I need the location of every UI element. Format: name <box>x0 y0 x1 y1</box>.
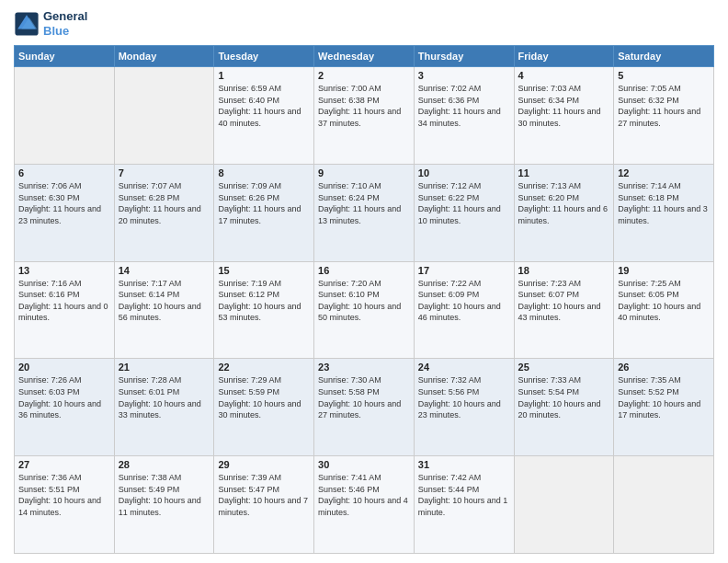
day-number: 23 <box>318 362 410 373</box>
day-number: 15 <box>218 265 310 276</box>
day-number: 31 <box>418 459 510 470</box>
day-info: Sunrise: 7:13 AMSunset: 6:20 PMDaylight:… <box>518 180 610 226</box>
weekday-header-monday: Monday <box>114 46 214 67</box>
day-info: Sunrise: 7:42 AMSunset: 5:44 PMDaylight:… <box>418 472 510 518</box>
weekday-header-tuesday: Tuesday <box>214 46 314 67</box>
day-cell: 10Sunrise: 7:12 AMSunset: 6:22 PMDayligh… <box>414 164 514 261</box>
day-cell: 1Sunrise: 6:59 AMSunset: 6:40 PMDaylight… <box>214 67 314 165</box>
day-number: 13 <box>18 265 110 276</box>
day-number: 6 <box>18 167 110 178</box>
day-number: 2 <box>318 70 410 81</box>
day-cell <box>514 456 614 554</box>
day-info: Sunrise: 7:20 AMSunset: 6:10 PMDaylight:… <box>318 278 410 324</box>
weekday-header-saturday: Saturday <box>614 46 714 67</box>
day-info: Sunrise: 7:38 AMSunset: 5:49 PMDaylight:… <box>119 472 210 518</box>
day-number: 30 <box>318 459 410 470</box>
day-cell: 5Sunrise: 7:05 AMSunset: 6:32 PMDaylight… <box>614 67 714 165</box>
day-cell <box>15 67 115 165</box>
logo-text: General Blue <box>43 9 87 38</box>
day-cell <box>614 456 714 554</box>
day-cell: 2Sunrise: 7:00 AMSunset: 6:38 PMDaylight… <box>314 67 415 165</box>
day-cell: 30Sunrise: 7:41 AMSunset: 5:46 PMDayligh… <box>314 456 415 554</box>
day-cell: 19Sunrise: 7:25 AMSunset: 6:05 PMDayligh… <box>614 261 714 359</box>
day-cell: 18Sunrise: 7:23 AMSunset: 6:07 PMDayligh… <box>514 261 614 359</box>
day-number: 11 <box>518 167 610 178</box>
day-cell: 24Sunrise: 7:32 AMSunset: 5:56 PMDayligh… <box>414 359 514 456</box>
weekday-header-row: SundayMondayTuesdayWednesdayThursdayFrid… <box>15 46 714 67</box>
day-info: Sunrise: 7:09 AMSunset: 6:26 PMDaylight:… <box>218 180 310 226</box>
weekday-header-friday: Friday <box>514 46 614 67</box>
day-info: Sunrise: 7:17 AMSunset: 6:14 PMDaylight:… <box>119 278 210 324</box>
day-info: Sunrise: 7:19 AMSunset: 6:12 PMDaylight:… <box>218 278 310 324</box>
day-number: 1 <box>218 70 310 81</box>
day-info: Sunrise: 7:10 AMSunset: 6:24 PMDaylight:… <box>318 180 410 226</box>
day-info: Sunrise: 7:33 AMSunset: 5:54 PMDaylight:… <box>518 374 610 420</box>
day-info: Sunrise: 7:07 AMSunset: 6:28 PMDaylight:… <box>119 180 210 226</box>
day-number: 22 <box>218 362 310 373</box>
day-info: Sunrise: 7:35 AMSunset: 5:52 PMDaylight:… <box>618 374 710 420</box>
day-cell: 15Sunrise: 7:19 AMSunset: 6:12 PMDayligh… <box>214 261 314 359</box>
logo: General Blue <box>14 9 87 38</box>
day-info: Sunrise: 7:03 AMSunset: 6:34 PMDaylight:… <box>518 83 610 129</box>
day-cell: 31Sunrise: 7:42 AMSunset: 5:44 PMDayligh… <box>414 456 514 554</box>
day-number: 10 <box>418 167 510 178</box>
day-info: Sunrise: 7:29 AMSunset: 5:59 PMDaylight:… <box>218 374 310 420</box>
day-number: 5 <box>618 70 710 81</box>
day-info: Sunrise: 7:32 AMSunset: 5:56 PMDaylight:… <box>418 374 510 420</box>
day-number: 7 <box>119 167 210 178</box>
day-cell: 11Sunrise: 7:13 AMSunset: 6:20 PMDayligh… <box>514 164 614 261</box>
day-number: 8 <box>218 167 310 178</box>
day-number: 14 <box>119 265 210 276</box>
day-cell: 20Sunrise: 7:26 AMSunset: 6:03 PMDayligh… <box>15 359 115 456</box>
day-number: 27 <box>18 459 110 470</box>
day-cell: 14Sunrise: 7:17 AMSunset: 6:14 PMDayligh… <box>114 261 214 359</box>
day-number: 16 <box>318 265 410 276</box>
calendar-table: SundayMondayTuesdayWednesdayThursdayFrid… <box>14 45 714 554</box>
header: General Blue <box>14 9 714 38</box>
day-info: Sunrise: 7:14 AMSunset: 6:18 PMDaylight:… <box>618 180 710 226</box>
day-cell: 23Sunrise: 7:30 AMSunset: 5:58 PMDayligh… <box>314 359 415 456</box>
logo-icon <box>14 11 40 37</box>
day-info: Sunrise: 7:12 AMSunset: 6:22 PMDaylight:… <box>418 180 510 226</box>
weekday-header-wednesday: Wednesday <box>314 46 415 67</box>
day-number: 28 <box>119 459 210 470</box>
day-cell: 26Sunrise: 7:35 AMSunset: 5:52 PMDayligh… <box>614 359 714 456</box>
day-cell: 16Sunrise: 7:20 AMSunset: 6:10 PMDayligh… <box>314 261 415 359</box>
day-info: Sunrise: 7:26 AMSunset: 6:03 PMDaylight:… <box>18 374 110 420</box>
day-cell: 28Sunrise: 7:38 AMSunset: 5:49 PMDayligh… <box>114 456 214 554</box>
day-info: Sunrise: 7:25 AMSunset: 6:05 PMDaylight:… <box>618 278 710 324</box>
day-info: Sunrise: 7:05 AMSunset: 6:32 PMDaylight:… <box>618 83 710 129</box>
day-number: 26 <box>618 362 710 373</box>
day-info: Sunrise: 7:30 AMSunset: 5:58 PMDaylight:… <box>318 374 410 420</box>
week-row-5: 27Sunrise: 7:36 AMSunset: 5:51 PMDayligh… <box>15 456 714 554</box>
day-number: 19 <box>618 265 710 276</box>
day-number: 21 <box>119 362 210 373</box>
day-cell: 4Sunrise: 7:03 AMSunset: 6:34 PMDaylight… <box>514 67 614 165</box>
weekday-header-sunday: Sunday <box>15 46 115 67</box>
weekday-header-thursday: Thursday <box>414 46 514 67</box>
day-cell: 21Sunrise: 7:28 AMSunset: 6:01 PMDayligh… <box>114 359 214 456</box>
day-info: Sunrise: 7:41 AMSunset: 5:46 PMDaylight:… <box>318 472 410 518</box>
day-number: 9 <box>318 167 410 178</box>
day-info: Sunrise: 7:16 AMSunset: 6:16 PMDaylight:… <box>18 278 110 324</box>
day-info: Sunrise: 7:23 AMSunset: 6:07 PMDaylight:… <box>518 278 610 324</box>
day-info: Sunrise: 6:59 AMSunset: 6:40 PMDaylight:… <box>218 83 310 129</box>
day-info: Sunrise: 7:00 AMSunset: 6:38 PMDaylight:… <box>318 83 410 129</box>
week-row-2: 6Sunrise: 7:06 AMSunset: 6:30 PMDaylight… <box>15 164 714 261</box>
day-cell: 13Sunrise: 7:16 AMSunset: 6:16 PMDayligh… <box>15 261 115 359</box>
day-info: Sunrise: 7:06 AMSunset: 6:30 PMDaylight:… <box>18 180 110 226</box>
day-cell: 25Sunrise: 7:33 AMSunset: 5:54 PMDayligh… <box>514 359 614 456</box>
day-number: 17 <box>418 265 510 276</box>
day-cell: 22Sunrise: 7:29 AMSunset: 5:59 PMDayligh… <box>214 359 314 456</box>
page: General Blue SundayMondayTuesdayWednesda… <box>0 0 728 563</box>
day-cell: 7Sunrise: 7:07 AMSunset: 6:28 PMDaylight… <box>114 164 214 261</box>
day-info: Sunrise: 7:28 AMSunset: 6:01 PMDaylight:… <box>119 374 210 420</box>
day-cell: 27Sunrise: 7:36 AMSunset: 5:51 PMDayligh… <box>15 456 115 554</box>
day-cell: 17Sunrise: 7:22 AMSunset: 6:09 PMDayligh… <box>414 261 514 359</box>
day-info: Sunrise: 7:02 AMSunset: 6:36 PMDaylight:… <box>418 83 510 129</box>
day-number: 12 <box>618 167 710 178</box>
week-row-4: 20Sunrise: 7:26 AMSunset: 6:03 PMDayligh… <box>15 359 714 456</box>
day-cell: 3Sunrise: 7:02 AMSunset: 6:36 PMDaylight… <box>414 67 514 165</box>
day-cell: 8Sunrise: 7:09 AMSunset: 6:26 PMDaylight… <box>214 164 314 261</box>
day-cell <box>114 67 214 165</box>
